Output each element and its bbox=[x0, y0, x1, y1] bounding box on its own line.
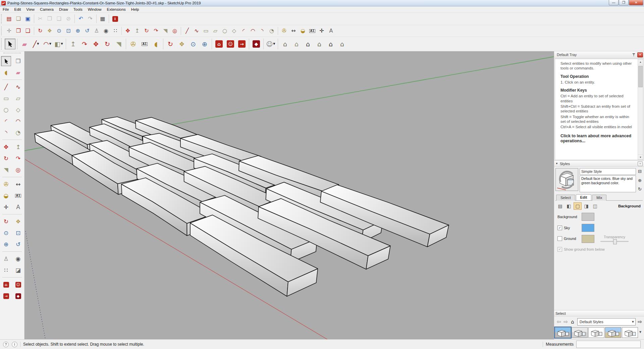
sky-color-swatch[interactable] bbox=[582, 224, 594, 232]
tape-measure-icon[interactable]: ✇ bbox=[280, 27, 288, 35]
zoom-window-icon[interactable]: ⊡ bbox=[64, 27, 73, 35]
rotated-rectangle-icon[interactable]: ▱ bbox=[211, 27, 220, 35]
push-pull-icon[interactable]: ↥ bbox=[68, 39, 78, 49]
style-thumbnail-3[interactable] bbox=[588, 327, 604, 338]
orbit-icon[interactable]: ↻ bbox=[1, 216, 11, 227]
toolbar-handle[interactable] bbox=[1, 14, 3, 23]
scroll-up-icon[interactable]: ▲ bbox=[638, 59, 643, 64]
paste-icon[interactable]: ❑ bbox=[55, 14, 63, 23]
menu-help[interactable]: Help bbox=[128, 7, 142, 12]
menu-tools[interactable]: Tools bbox=[71, 7, 85, 12]
toolbar-handle[interactable] bbox=[1, 38, 3, 50]
watermark-settings-icon[interactable]: ◨ bbox=[582, 202, 590, 210]
new-file-icon[interactable]: ▤ bbox=[5, 14, 13, 23]
zoom-extents-icon[interactable]: ⊕ bbox=[1, 239, 11, 249]
ground-color-swatch[interactable] bbox=[582, 235, 594, 243]
extension-manager-icon[interactable]: ◆ bbox=[13, 291, 23, 301]
rotate-icon[interactable]: ↻ bbox=[142, 27, 151, 35]
style-thumbnail-5[interactable] bbox=[622, 327, 638, 338]
polygon-icon[interactable]: ◇ bbox=[230, 27, 238, 35]
line-icon[interactable]: ╱ bbox=[183, 27, 192, 35]
zoom-icon[interactable]: ⊙ bbox=[1, 228, 11, 238]
style-thumbnail-2[interactable] bbox=[572, 327, 588, 338]
move-icon[interactable]: ✥ bbox=[123, 27, 132, 35]
circle-icon[interactable]: ○ bbox=[1, 105, 11, 115]
viewport[interactable] bbox=[24, 51, 554, 339]
arc-icon[interactable]: ◠▼ bbox=[42, 39, 53, 49]
dropdown-arrow-icon[interactable]: ▼ bbox=[61, 43, 63, 45]
sample-component-2-icon[interactable]: ⌂ bbox=[291, 39, 302, 49]
zoom-extents-icon[interactable]: ⊕ bbox=[73, 27, 82, 35]
offset-icon[interactable]: ◎ bbox=[170, 27, 179, 35]
circle-icon[interactable]: ○ bbox=[220, 27, 229, 35]
scroll-thumb[interactable] bbox=[638, 66, 643, 87]
arc-icon[interactable]: ◠ bbox=[249, 27, 257, 35]
rectangle-icon[interactable]: ▭ bbox=[1, 93, 11, 103]
3d-warehouse-icon[interactable]: ⌂ bbox=[214, 39, 224, 49]
menu-window[interactable]: Window bbox=[85, 7, 104, 12]
erase-icon[interactable]: ⊘ bbox=[64, 14, 73, 23]
eraser-icon[interactable]: ▰ bbox=[13, 67, 23, 78]
modeling-settings-icon[interactable]: ◫ bbox=[591, 202, 599, 210]
hand-tool-icon[interactable]: ✛ bbox=[5, 27, 13, 35]
sample-component-4-icon[interactable]: ⌂ bbox=[314, 39, 325, 49]
sample-component-6-icon[interactable]: ⌂ bbox=[337, 39, 347, 49]
follow-me-icon[interactable]: ↷ bbox=[13, 153, 23, 163]
scroll-down-icon[interactable]: ▼ bbox=[638, 154, 643, 160]
section-plane-icon[interactable]: ◪ bbox=[13, 265, 23, 275]
style-name-input[interactable]: Simple Style bbox=[580, 168, 636, 175]
sample-component-5-icon[interactable]: ⌂ bbox=[325, 39, 336, 49]
send-to-layout-icon[interactable]: → bbox=[1, 291, 11, 301]
undo-icon[interactable]: ↶ bbox=[76, 14, 85, 23]
text-icon[interactable]: A1 bbox=[139, 39, 150, 49]
dimension-icon[interactable]: ↔ bbox=[289, 27, 298, 35]
shapes-icon[interactable]: ◧▼ bbox=[53, 39, 64, 49]
instructor-scrollbar[interactable]: ▲ ▼ bbox=[638, 59, 643, 160]
tape-measure-icon[interactable]: ✇ bbox=[1, 179, 11, 189]
forward-arrow-icon[interactable]: ⇨ bbox=[564, 319, 568, 325]
open-file-icon[interactable]: ❏ bbox=[14, 14, 23, 23]
zoom-extents-icon[interactable]: ⊕ bbox=[199, 39, 210, 49]
dimension-icon[interactable]: ↔ bbox=[13, 179, 23, 189]
axes-icon[interactable]: ✛ bbox=[1, 202, 11, 212]
offset-icon[interactable]: ◎ bbox=[13, 165, 23, 175]
paint-bucket-icon[interactable]: ◖ bbox=[151, 39, 161, 49]
eraser-icon[interactable]: ▰ bbox=[19, 39, 30, 49]
close-button[interactable]: ✕ bbox=[629, 0, 643, 5]
save-file-icon[interactable]: ▣ bbox=[23, 14, 32, 23]
menu-view[interactable]: View bbox=[23, 7, 37, 12]
push-pull-icon[interactable]: ↥ bbox=[133, 27, 142, 35]
style-description-input[interactable]: Default face colors. Blue sky and green … bbox=[580, 176, 636, 192]
cut-icon[interactable]: ✂ bbox=[36, 14, 45, 23]
rectangle-icon[interactable]: ▭ bbox=[202, 27, 210, 35]
print-icon[interactable]: ▦ bbox=[98, 14, 107, 23]
update-style-icon[interactable]: ↻ bbox=[637, 186, 643, 192]
background-settings-icon[interactable]: ▢ bbox=[574, 202, 582, 210]
select-icon[interactable] bbox=[1, 56, 11, 66]
axes-icon[interactable]: ✛ bbox=[317, 27, 326, 35]
edge-settings-icon[interactable]: ▤ bbox=[556, 202, 564, 210]
styles-close-icon[interactable]: × bbox=[638, 161, 643, 166]
line-icon[interactable]: ╱ bbox=[1, 82, 11, 92]
sample-component-1-icon[interactable]: ⌂ bbox=[280, 39, 290, 49]
3d-warehouse-icon[interactable]: ⌂ bbox=[1, 280, 11, 290]
line-icon[interactable]: ╱▼ bbox=[31, 39, 41, 49]
dropdown-arrow-icon[interactable]: ▼ bbox=[37, 43, 39, 45]
toolbar-handle[interactable] bbox=[1, 27, 3, 35]
scale-icon[interactable]: ◥ bbox=[1, 165, 11, 175]
copy-icon[interactable]: ❐ bbox=[45, 14, 54, 23]
send-to-layout-icon[interactable]: → bbox=[236, 39, 247, 49]
move-icon[interactable]: ✥ bbox=[91, 39, 101, 49]
model-info-icon[interactable]: i bbox=[111, 14, 119, 23]
3d-text-icon[interactable]: A bbox=[327, 27, 335, 35]
extension-warehouse-icon[interactable]: ☺ bbox=[13, 280, 23, 290]
position-camera-icon[interactable]: ♙ bbox=[1, 254, 11, 264]
rotate-icon[interactable]: ↻ bbox=[1, 153, 11, 163]
style-card-a-icon[interactable]: ❐ bbox=[14, 27, 23, 35]
show-ground-below-checkbox[interactable]: ✓ bbox=[557, 247, 562, 252]
position-camera-icon[interactable]: ♙ bbox=[92, 27, 101, 35]
paint-bucket-icon[interactable]: ◖ bbox=[1, 67, 11, 78]
menu-camera[interactable]: Camera bbox=[37, 7, 56, 12]
style-card-b-icon[interactable]: ❑ bbox=[23, 27, 32, 35]
model-scene[interactable] bbox=[24, 51, 554, 339]
